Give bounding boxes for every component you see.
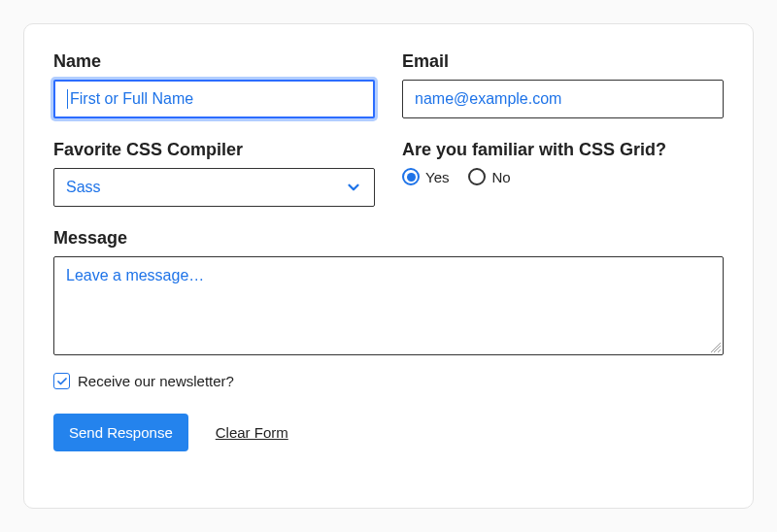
compiler-label: Favorite CSS Compiler bbox=[53, 140, 375, 160]
form-card: Name First or Full Name Email name@examp… bbox=[23, 23, 754, 509]
message-textarea[interactable]: Leave a message… bbox=[53, 256, 724, 355]
name-field-group: Name First or Full Name bbox=[53, 51, 375, 118]
row-compiler-grid: Favorite CSS Compiler Sass Are you famil… bbox=[53, 140, 724, 207]
radio-dot-icon bbox=[407, 173, 416, 182]
actions-row: Send Response Clear Form bbox=[53, 414, 724, 451]
clear-form-button[interactable]: Clear Form bbox=[216, 424, 288, 441]
row-name-email: Name First or Full Name Email name@examp… bbox=[53, 51, 724, 118]
grid-question-label: Are you familiar with CSS Grid? bbox=[402, 140, 724, 160]
compiler-field-group: Favorite CSS Compiler Sass bbox=[53, 140, 375, 207]
send-response-button[interactable]: Send Response bbox=[53, 414, 188, 451]
message-field-group: Message Leave a message… bbox=[53, 228, 724, 355]
grid-radio-group: Yes No bbox=[402, 168, 724, 185]
resize-handle-icon[interactable] bbox=[709, 341, 721, 352]
radio-yes-label: Yes bbox=[425, 169, 449, 185]
radio-yes-circle-icon bbox=[402, 168, 420, 185]
message-label: Message bbox=[53, 228, 724, 249]
radio-no[interactable]: No bbox=[468, 168, 510, 185]
name-input[interactable]: First or Full Name bbox=[53, 80, 375, 118]
email-input[interactable]: name@example.com bbox=[402, 80, 724, 118]
grid-field-group: Are you familiar with CSS Grid? Yes No bbox=[402, 140, 724, 207]
radio-yes[interactable]: Yes bbox=[402, 168, 449, 185]
name-placeholder: First or Full Name bbox=[70, 90, 193, 108]
text-caret-icon bbox=[67, 89, 68, 109]
radio-no-label: No bbox=[491, 169, 510, 185]
newsletter-row: Receive our newsletter? bbox=[53, 373, 724, 389]
name-label: Name bbox=[53, 51, 375, 72]
message-placeholder: Leave a message… bbox=[66, 267, 204, 283]
newsletter-checkbox[interactable] bbox=[53, 373, 70, 389]
email-field-group: Email name@example.com bbox=[402, 51, 724, 118]
email-placeholder: name@example.com bbox=[415, 90, 561, 108]
compiler-selected-value: Sass bbox=[66, 179, 101, 196]
check-icon bbox=[56, 376, 68, 387]
newsletter-label: Receive our newsletter? bbox=[78, 373, 234, 389]
radio-no-circle-icon bbox=[468, 168, 486, 185]
email-label: Email bbox=[402, 51, 724, 72]
page-background: Name First or Full Name Email name@examp… bbox=[0, 0, 777, 532]
chevron-down-icon bbox=[345, 179, 362, 196]
compiler-select[interactable]: Sass bbox=[53, 168, 375, 207]
